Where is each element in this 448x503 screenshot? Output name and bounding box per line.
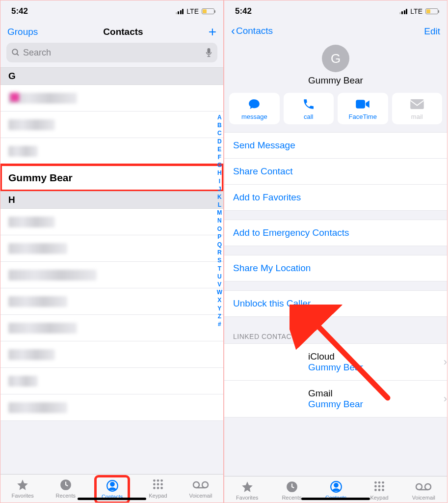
svg-point-12 xyxy=(153,487,156,489)
contact-name: Gummy Bear xyxy=(224,75,447,86)
clock-icon xyxy=(59,478,73,491)
network-label: LTE xyxy=(186,7,199,15)
clock: 5:42 xyxy=(11,6,28,16)
message-button[interactable]: message xyxy=(229,93,280,124)
contact-row[interactable] xyxy=(0,112,223,138)
tab-voicemail[interactable]: Voicemail xyxy=(412,480,435,501)
search-icon xyxy=(11,48,20,57)
home-indicator[interactable] xyxy=(301,498,370,500)
contact-row-gummy-bear[interactable]: Gummy Bear xyxy=(0,165,223,191)
video-icon xyxy=(355,98,370,111)
tab-recents[interactable]: Recents xyxy=(56,478,76,501)
status-bar: 5:42 LTE xyxy=(224,0,447,22)
add-favorites-row[interactable]: Add to Favorites xyxy=(224,185,447,210)
svg-point-9 xyxy=(153,483,156,486)
section-header-h: H xyxy=(0,191,223,209)
facetime-button[interactable]: FaceTime xyxy=(338,93,388,124)
svg-rect-2 xyxy=(208,48,211,54)
svg-point-23 xyxy=(374,481,377,484)
search-input[interactable]: Search xyxy=(6,43,217,62)
contact-icon xyxy=(105,479,119,492)
mail-button: mail xyxy=(392,93,443,124)
call-button[interactable]: call xyxy=(284,93,334,124)
contact-row[interactable] xyxy=(0,368,223,394)
contact-row[interactable] xyxy=(0,288,223,315)
network-label: LTE xyxy=(410,7,422,15)
svg-point-28 xyxy=(382,485,384,488)
svg-point-8 xyxy=(160,479,163,482)
contact-row[interactable] xyxy=(0,209,223,235)
home-indicator[interactable] xyxy=(78,498,146,500)
voicemail-icon xyxy=(415,480,432,493)
message-icon xyxy=(247,98,262,111)
svg-point-22 xyxy=(334,483,338,487)
star-icon xyxy=(16,478,29,491)
svg-point-5 xyxy=(110,482,114,486)
svg-point-0 xyxy=(12,49,18,55)
signal-icon xyxy=(399,9,408,14)
contact-row[interactable] xyxy=(0,235,223,262)
chevron-right-icon: › xyxy=(444,392,447,405)
nav-bar: ‹ Contacts Edit xyxy=(224,22,447,41)
alpha-index[interactable]: ABCDEFGHIJKLMNOPQRSTUVWXYZ# xyxy=(217,113,222,328)
groups-button[interactable]: Groups xyxy=(7,27,38,37)
svg-point-25 xyxy=(382,481,384,484)
contact-row[interactable] xyxy=(0,394,223,421)
svg-point-15 xyxy=(193,482,199,488)
contact-icon xyxy=(329,480,343,493)
svg-point-11 xyxy=(160,483,163,486)
mic-icon[interactable] xyxy=(205,48,212,57)
contact-row[interactable] xyxy=(0,85,223,112)
svg-point-6 xyxy=(153,479,156,482)
svg-point-26 xyxy=(374,485,377,488)
clock-icon xyxy=(285,480,299,493)
emergency-contacts-row[interactable]: Add to Emergency Contacts xyxy=(224,220,447,246)
keypad-icon xyxy=(151,478,165,491)
svg-point-24 xyxy=(378,481,381,484)
tab-keypad[interactable]: Keypad xyxy=(370,480,388,501)
page-title: Contacts xyxy=(103,27,143,37)
phone-icon xyxy=(302,98,315,111)
contact-header: G Gummy Bear xyxy=(224,41,447,93)
section-header-g: G xyxy=(0,67,223,85)
svg-point-16 xyxy=(202,482,208,488)
voicemail-icon xyxy=(192,478,209,491)
svg-point-33 xyxy=(425,484,431,490)
avatar[interactable]: G xyxy=(322,45,349,72)
svg-point-7 xyxy=(157,479,159,482)
share-contact-row[interactable]: Share Contact xyxy=(224,159,447,185)
svg-point-29 xyxy=(374,489,377,491)
tab-voicemail[interactable]: Voicemail xyxy=(189,478,212,501)
add-contact-button[interactable]: + xyxy=(209,25,216,39)
svg-line-1 xyxy=(17,54,19,56)
svg-point-13 xyxy=(157,487,159,489)
svg-point-30 xyxy=(378,489,381,491)
svg-point-14 xyxy=(160,487,163,489)
linked-icloud-row[interactable]: iCloud Gummy Bear › xyxy=(224,344,447,381)
unblock-caller-row[interactable]: Unblock this Caller xyxy=(224,291,447,316)
edit-button[interactable]: Edit xyxy=(424,27,440,36)
tab-favorites[interactable]: Favorites xyxy=(11,478,33,501)
contact-row[interactable] xyxy=(0,315,223,341)
tab-favorites[interactable]: Favorites xyxy=(236,480,258,501)
keypad-icon xyxy=(372,480,386,493)
status-bar: 5:42 LTE xyxy=(0,0,223,22)
svg-rect-19 xyxy=(410,99,424,109)
send-message-row[interactable]: Send Message xyxy=(224,133,447,159)
svg-rect-18 xyxy=(356,100,366,109)
star-icon xyxy=(240,480,254,493)
contact-row[interactable] xyxy=(0,341,223,368)
linked-gmail-row[interactable]: Gmail Gummy Bear › xyxy=(224,381,447,417)
signal-icon xyxy=(176,9,184,14)
mail-icon xyxy=(410,98,424,111)
chevron-left-icon: ‹ xyxy=(231,25,235,37)
svg-point-10 xyxy=(157,483,159,486)
share-location-row[interactable]: Share My Location xyxy=(224,255,447,281)
tab-keypad[interactable]: Keypad xyxy=(149,478,167,501)
contact-row[interactable] xyxy=(0,262,223,288)
svg-point-27 xyxy=(378,485,381,488)
contact-row[interactable] xyxy=(0,138,223,165)
back-button[interactable]: ‹ Contacts xyxy=(231,25,273,37)
tab-recents[interactable]: Recents xyxy=(282,480,301,501)
search-placeholder: Search xyxy=(23,48,202,58)
